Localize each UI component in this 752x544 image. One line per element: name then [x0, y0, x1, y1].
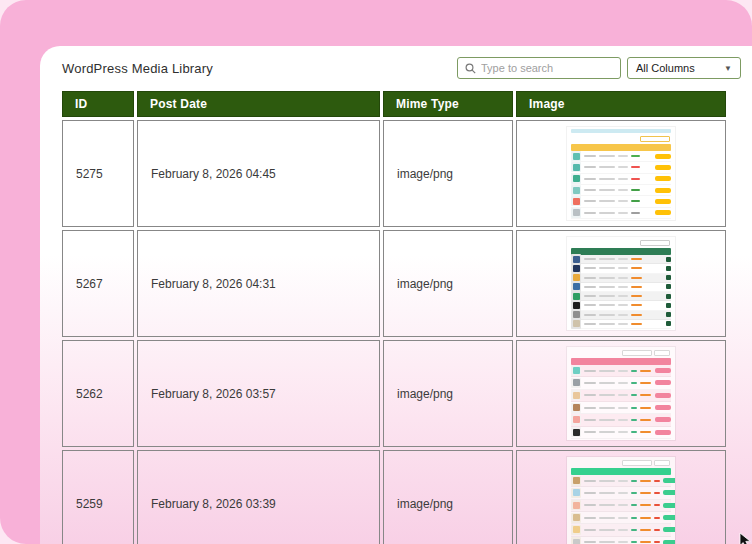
- media-thumbnail[interactable]: [567, 127, 675, 220]
- cell-id: 5267: [62, 230, 134, 337]
- header-controls: All Columns ▼: [457, 57, 741, 79]
- cell-image: [516, 340, 726, 447]
- cell-mime-type: image/png: [383, 230, 513, 337]
- cell-mime-type: image/png: [383, 340, 513, 447]
- cell-image: [516, 450, 726, 544]
- cell-post-date: February 8, 2026 03:39: [137, 450, 380, 544]
- cell-id: 5262: [62, 340, 134, 447]
- table-row: 5275 February 8, 2026 04:45 image/png: [62, 120, 726, 227]
- cell-mime-type: image/png: [383, 450, 513, 544]
- columns-dropdown-value: All Columns: [636, 62, 695, 74]
- card-header: WordPress Media Library All Columns ▼: [40, 46, 752, 88]
- search-box[interactable]: [457, 57, 621, 79]
- search-input[interactable]: [481, 62, 613, 74]
- media-thumbnail[interactable]: [567, 347, 675, 440]
- cell-post-date: February 8, 2026 03:57: [137, 340, 380, 447]
- media-thumbnail[interactable]: [567, 237, 675, 330]
- column-header-mime-type[interactable]: Mime Type: [383, 91, 513, 117]
- page-title: WordPress Media Library: [62, 61, 213, 76]
- cell-post-date: February 8, 2026 04:31: [137, 230, 380, 337]
- cell-id: 5275: [62, 120, 134, 227]
- columns-dropdown[interactable]: All Columns ▼: [627, 57, 741, 79]
- media-library-card: WordPress Media Library All Columns ▼ ID…: [40, 46, 752, 544]
- table-row: 5259 February 8, 2026 03:39 image/png: [62, 450, 726, 544]
- mouse-cursor: [739, 532, 752, 544]
- search-icon: [465, 63, 476, 74]
- cell-post-date: February 8, 2026 04:45: [137, 120, 380, 227]
- cell-mime-type: image/png: [383, 120, 513, 227]
- column-header-image[interactable]: Image: [516, 91, 726, 117]
- column-header-id[interactable]: ID: [62, 91, 134, 117]
- media-thumbnail[interactable]: [567, 457, 675, 544]
- table-row: 5267 February 8, 2026 04:31 image/png: [62, 230, 726, 337]
- table-header-row: ID Post Date Mime Type Image: [62, 91, 726, 117]
- cell-image: [516, 120, 726, 227]
- media-table: ID Post Date Mime Type Image 5275 Februa…: [59, 88, 729, 544]
- column-header-post-date[interactable]: Post Date: [137, 91, 380, 117]
- table-row: 5262 February 8, 2026 03:57 image/png: [62, 340, 726, 447]
- cell-id: 5259: [62, 450, 134, 544]
- chevron-down-icon: ▼: [724, 64, 732, 73]
- cell-image: [516, 230, 726, 337]
